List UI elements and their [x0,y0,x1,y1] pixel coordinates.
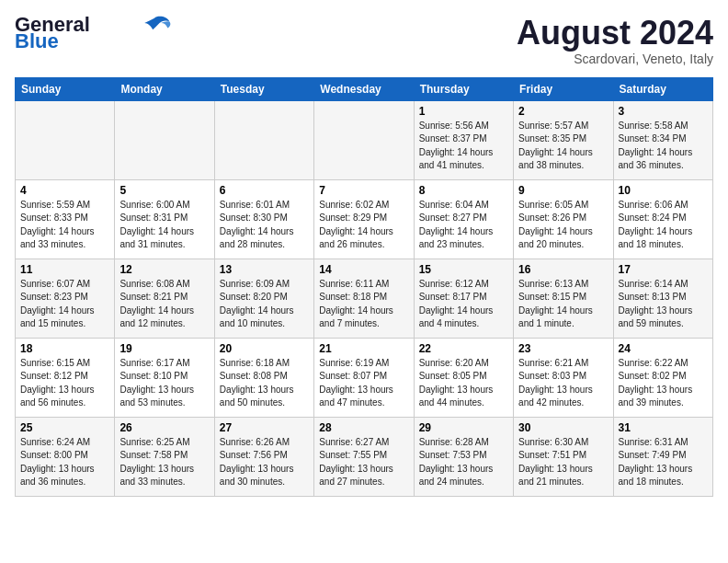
day-number: 7 [319,184,408,197]
day-header-friday: Friday [514,77,613,100]
day-info: Sunrise: 6:27 AMSunset: 7:55 PMDaylight:… [319,436,408,489]
day-cell-31: 31Sunrise: 6:31 AMSunset: 7:49 PMDayligh… [613,417,712,496]
day-cell-7: 7Sunrise: 6:02 AMSunset: 8:29 PMDaylight… [314,179,414,259]
day-info: Sunrise: 6:12 AMSunset: 8:17 PMDaylight:… [419,278,508,331]
day-cell-22: 22Sunrise: 6:20 AMSunset: 8:05 PMDayligh… [414,338,513,417]
day-cell-4: 4Sunrise: 5:59 AMSunset: 8:33 PMDaylight… [16,179,115,259]
day-cell-13: 13Sunrise: 6:09 AMSunset: 8:20 PMDayligh… [214,259,313,338]
day-number: 3 [619,105,708,118]
days-header-row: SundayMondayTuesdayWednesdayThursdayFrid… [16,77,713,100]
day-info: Sunrise: 6:02 AMSunset: 8:29 PMDaylight:… [319,199,408,252]
day-cell-29: 29Sunrise: 6:28 AMSunset: 7:53 PMDayligh… [414,417,513,496]
day-cell-19: 19Sunrise: 6:17 AMSunset: 8:10 PMDayligh… [115,338,214,417]
day-number: 6 [220,184,309,197]
location-subtitle: Scardovari, Veneto, Italy [517,52,713,66]
day-number: 25 [20,421,109,434]
day-info: Sunrise: 6:30 AMSunset: 7:51 PMDaylight:… [518,436,608,489]
day-info: Sunrise: 6:14 AMSunset: 8:13 PMDaylight:… [619,278,708,331]
day-info: Sunrise: 6:22 AMSunset: 8:02 PMDaylight:… [619,357,708,410]
day-info: Sunrise: 6:26 AMSunset: 7:56 PMDaylight:… [220,436,309,489]
day-number: 19 [119,342,209,355]
day-number: 11 [20,263,109,276]
day-number: 4 [20,184,109,197]
day-number: 23 [518,342,608,355]
day-info: Sunrise: 5:57 AMSunset: 8:35 PMDaylight:… [518,120,608,173]
day-info: Sunrise: 6:20 AMSunset: 8:05 PMDaylight:… [419,357,508,410]
week-row-5: 25Sunrise: 6:24 AMSunset: 8:00 PMDayligh… [16,417,713,496]
week-row-1: 1Sunrise: 5:56 AMSunset: 8:37 PMDaylight… [16,100,713,179]
empty-cell [214,100,313,179]
day-number: 21 [319,342,408,355]
day-info: Sunrise: 6:13 AMSunset: 8:15 PMDaylight:… [518,278,608,331]
day-number: 8 [419,184,508,197]
day-cell-10: 10Sunrise: 6:06 AMSunset: 8:24 PMDayligh… [613,179,712,259]
day-cell-3: 3Sunrise: 5:58 AMSunset: 8:34 PMDaylight… [613,100,712,179]
day-header-saturday: Saturday [613,77,712,100]
day-number: 5 [119,184,209,197]
empty-cell [16,100,115,179]
day-number: 14 [319,263,408,276]
day-number: 15 [419,263,508,276]
day-cell-16: 16Sunrise: 6:13 AMSunset: 8:15 PMDayligh… [514,259,613,338]
day-cell-24: 24Sunrise: 6:22 AMSunset: 8:02 PMDayligh… [613,338,712,417]
day-info: Sunrise: 6:25 AMSunset: 7:58 PMDaylight:… [119,436,209,489]
day-number: 13 [220,263,309,276]
day-info: Sunrise: 6:01 AMSunset: 8:30 PMDaylight:… [220,199,309,252]
day-cell-14: 14Sunrise: 6:11 AMSunset: 8:18 PMDayligh… [314,259,414,338]
day-cell-18: 18Sunrise: 6:15 AMSunset: 8:12 PMDayligh… [16,338,115,417]
day-cell-20: 20Sunrise: 6:18 AMSunset: 8:08 PMDayligh… [214,338,313,417]
day-info: Sunrise: 6:11 AMSunset: 8:18 PMDaylight:… [319,278,408,331]
day-info: Sunrise: 5:56 AMSunset: 8:37 PMDaylight:… [419,120,508,173]
week-row-2: 4Sunrise: 5:59 AMSunset: 8:33 PMDaylight… [16,179,713,259]
page-header: General Blue August 2024 Scardovari, Ven… [15,15,713,66]
day-cell-6: 6Sunrise: 6:01 AMSunset: 8:30 PMDaylight… [214,179,313,259]
day-info: Sunrise: 6:19 AMSunset: 8:07 PMDaylight:… [319,357,408,410]
day-cell-15: 15Sunrise: 6:12 AMSunset: 8:17 PMDayligh… [414,259,513,338]
logo-blue: Blue [15,31,59,52]
week-row-3: 11Sunrise: 6:07 AMSunset: 8:23 PMDayligh… [16,259,713,338]
day-cell-8: 8Sunrise: 6:04 AMSunset: 8:27 PMDaylight… [414,179,513,259]
day-number: 9 [518,184,608,197]
day-info: Sunrise: 6:05 AMSunset: 8:26 PMDaylight:… [518,199,608,252]
day-cell-12: 12Sunrise: 6:08 AMSunset: 8:21 PMDayligh… [115,259,214,338]
day-cell-5: 5Sunrise: 6:00 AMSunset: 8:31 PMDaylight… [115,179,214,259]
day-number: 27 [220,421,309,434]
title-block: August 2024 Scardovari, Veneto, Italy [517,15,713,66]
day-number: 16 [518,263,608,276]
day-cell-28: 28Sunrise: 6:27 AMSunset: 7:55 PMDayligh… [314,417,414,496]
day-cell-17: 17Sunrise: 6:14 AMSunset: 8:13 PMDayligh… [613,259,712,338]
day-info: Sunrise: 6:07 AMSunset: 8:23 PMDaylight:… [20,278,109,331]
day-info: Sunrise: 6:15 AMSunset: 8:12 PMDaylight:… [20,357,109,410]
day-number: 10 [619,184,708,197]
logo: General Blue [15,15,171,52]
day-info: Sunrise: 6:21 AMSunset: 8:03 PMDaylight:… [518,357,608,410]
empty-cell [115,100,214,179]
day-cell-1: 1Sunrise: 5:56 AMSunset: 8:37 PMDaylight… [414,100,513,179]
day-number: 22 [419,342,508,355]
day-info: Sunrise: 6:06 AMSunset: 8:24 PMDaylight:… [619,199,708,252]
day-header-tuesday: Tuesday [214,77,313,100]
day-number: 17 [619,263,708,276]
calendar-table: SundayMondayTuesdayWednesdayThursdayFrid… [15,77,713,497]
day-cell-2: 2Sunrise: 5:57 AMSunset: 8:35 PMDaylight… [514,100,613,179]
day-header-sunday: Sunday [16,77,115,100]
day-number: 29 [419,421,508,434]
empty-cell [314,100,414,179]
day-number: 28 [319,421,408,434]
day-info: Sunrise: 5:59 AMSunset: 8:33 PMDaylight:… [20,199,109,252]
day-info: Sunrise: 6:28 AMSunset: 7:53 PMDaylight:… [419,436,508,489]
day-number: 20 [220,342,309,355]
day-cell-9: 9Sunrise: 6:05 AMSunset: 8:26 PMDaylight… [514,179,613,259]
day-number: 18 [20,342,109,355]
day-cell-11: 11Sunrise: 6:07 AMSunset: 8:23 PMDayligh… [16,259,115,338]
week-row-4: 18Sunrise: 6:15 AMSunset: 8:12 PMDayligh… [16,338,713,417]
day-header-monday: Monday [115,77,214,100]
day-info: Sunrise: 6:31 AMSunset: 7:49 PMDaylight:… [619,436,708,489]
month-year-title: August 2024 [517,15,713,52]
day-number: 2 [518,105,608,118]
day-info: Sunrise: 5:58 AMSunset: 8:34 PMDaylight:… [619,120,708,173]
day-info: Sunrise: 6:04 AMSunset: 8:27 PMDaylight:… [419,199,508,252]
day-cell-26: 26Sunrise: 6:25 AMSunset: 7:58 PMDayligh… [115,417,214,496]
logo-bird-icon [138,15,171,33]
day-header-wednesday: Wednesday [314,77,414,100]
